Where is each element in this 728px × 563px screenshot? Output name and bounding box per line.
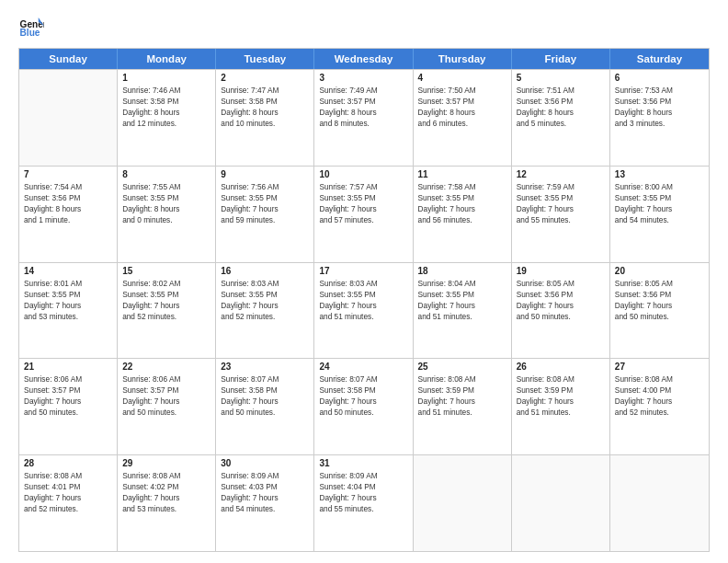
daylight-text: Daylight: 7 hours [319, 396, 407, 407]
weekday-header-sunday: Sunday [19, 49, 118, 69]
calendar-day-23: 23Sunrise: 8:07 AMSunset: 3:58 PMDayligh… [216, 359, 314, 454]
sunset-text: Sunset: 3:55 PM [418, 289, 506, 300]
daylight-text2: and 12 minutes. [122, 118, 210, 129]
calendar-day-25: 25Sunrise: 8:08 AMSunset: 3:59 PMDayligh… [414, 359, 512, 454]
day-number: 27 [615, 362, 704, 372]
day-number: 18 [418, 266, 506, 276]
daylight-text: Daylight: 7 hours [615, 300, 704, 311]
day-number: 2 [221, 73, 309, 83]
sunrise-text: Sunrise: 7:58 AM [418, 181, 506, 192]
sunset-text: Sunset: 3:55 PM [24, 289, 112, 300]
sunset-text: Sunset: 3:55 PM [319, 289, 407, 300]
sunset-text: Sunset: 3:55 PM [122, 192, 210, 203]
calendar-header-row: SundayMondayTuesdayWednesdayThursdayFrid… [19, 49, 709, 69]
day-number: 12 [517, 169, 605, 179]
sunset-text: Sunset: 3:56 PM [24, 192, 112, 203]
day-number: 29 [122, 458, 210, 468]
sunset-text: Sunset: 4:03 PM [221, 481, 309, 492]
daylight-text2: and 52 minutes. [24, 503, 112, 514]
logo: General Blue [18, 15, 48, 40]
calendar-day-24: 24Sunrise: 8:07 AMSunset: 3:58 PMDayligh… [314, 359, 413, 454]
sunset-text: Sunset: 3:56 PM [615, 289, 704, 300]
calendar-row-2: 14Sunrise: 8:01 AMSunset: 3:55 PMDayligh… [19, 262, 709, 359]
sunset-text: Sunset: 3:55 PM [221, 192, 309, 203]
daylight-text2: and 50 minutes. [517, 311, 605, 322]
daylight-text2: and 1 minute. [24, 214, 112, 225]
sunrise-text: Sunrise: 7:51 AM [517, 85, 605, 96]
weekday-header-friday: Friday [512, 49, 610, 69]
sunrise-text: Sunrise: 8:04 AM [418, 278, 506, 289]
daylight-text: Daylight: 7 hours [221, 300, 309, 311]
calendar-day-17: 17Sunrise: 8:03 AMSunset: 3:55 PMDayligh… [314, 263, 413, 359]
daylight-text: Daylight: 8 hours [221, 107, 309, 118]
daylight-text2: and 54 minutes. [615, 214, 704, 225]
daylight-text: Daylight: 8 hours [24, 203, 112, 214]
header: General Blue [18, 15, 710, 40]
calendar-body: 1Sunrise: 7:46 AMSunset: 3:58 PMDaylight… [19, 69, 709, 551]
daylight-text: Daylight: 7 hours [319, 203, 407, 214]
daylight-text2: and 3 minutes. [615, 118, 704, 129]
day-number: 28 [24, 458, 112, 468]
calendar-day-16: 16Sunrise: 8:03 AMSunset: 3:55 PMDayligh… [216, 263, 314, 359]
sunrise-text: Sunrise: 7:55 AM [122, 181, 210, 192]
day-number: 11 [418, 169, 506, 179]
day-number: 15 [122, 266, 210, 276]
sunrise-text: Sunrise: 7:57 AM [319, 181, 407, 192]
daylight-text2: and 52 minutes. [221, 311, 309, 322]
day-number: 24 [319, 362, 407, 372]
day-number: 30 [221, 458, 309, 468]
day-number: 3 [319, 73, 407, 83]
daylight-text2: and 53 minutes. [24, 311, 112, 322]
sunrise-text: Sunrise: 8:08 AM [615, 373, 704, 385]
calendar-day-12: 12Sunrise: 7:59 AMSunset: 3:55 PMDayligh… [512, 167, 610, 262]
sunrise-text: Sunrise: 8:08 AM [122, 470, 210, 481]
day-number: 14 [24, 266, 112, 276]
calendar-day-7: 7Sunrise: 7:54 AMSunset: 3:56 PMDaylight… [19, 167, 118, 262]
calendar-day-29: 29Sunrise: 8:08 AMSunset: 4:02 PMDayligh… [118, 455, 216, 551]
daylight-text2: and 0 minutes. [122, 214, 210, 225]
daylight-text2: and 52 minutes. [615, 407, 704, 418]
calendar-day-8: 8Sunrise: 7:55 AMSunset: 3:55 PMDaylight… [118, 167, 216, 262]
sunset-text: Sunset: 3:59 PM [517, 385, 605, 396]
day-number: 23 [221, 362, 309, 372]
daylight-text2: and 51 minutes. [418, 407, 506, 418]
sunrise-text: Sunrise: 8:00 AM [615, 181, 704, 192]
daylight-text: Daylight: 7 hours [418, 300, 506, 311]
daylight-text: Daylight: 7 hours [615, 203, 704, 214]
calendar-day-6: 6Sunrise: 7:53 AMSunset: 3:56 PMDaylight… [610, 70, 709, 166]
sunrise-text: Sunrise: 7:59 AM [517, 181, 605, 192]
daylight-text2: and 55 minutes. [319, 503, 407, 514]
day-number: 22 [122, 362, 210, 372]
day-number: 6 [615, 73, 704, 83]
day-number: 10 [319, 169, 407, 179]
sunrise-text: Sunrise: 8:08 AM [517, 373, 605, 385]
day-number: 1 [122, 73, 210, 83]
daylight-text: Daylight: 8 hours [418, 107, 506, 118]
daylight-text: Daylight: 7 hours [122, 492, 210, 503]
calendar-day-5: 5Sunrise: 7:51 AMSunset: 3:56 PMDaylight… [512, 70, 610, 166]
page: General Blue SundayMondayTuesdayWednesda… [0, 0, 728, 563]
daylight-text2: and 55 minutes. [517, 214, 605, 225]
daylight-text: Daylight: 7 hours [615, 396, 704, 407]
daylight-text2: and 57 minutes. [319, 214, 407, 225]
daylight-text2: and 50 minutes. [221, 407, 309, 418]
day-number: 5 [517, 73, 605, 83]
svg-text:Blue: Blue [20, 28, 40, 38]
daylight-text: Daylight: 7 hours [122, 396, 210, 407]
calendar-day-3: 3Sunrise: 7:49 AMSunset: 3:57 PMDaylight… [314, 70, 413, 166]
calendar-day-11: 11Sunrise: 7:58 AMSunset: 3:55 PMDayligh… [414, 167, 512, 262]
sunset-text: Sunset: 4:01 PM [24, 481, 112, 492]
day-number: 25 [418, 362, 506, 372]
calendar: SundayMondayTuesdayWednesdayThursdayFrid… [18, 48, 710, 552]
daylight-text2: and 50 minutes. [615, 311, 704, 322]
sunset-text: Sunset: 3:57 PM [24, 385, 112, 396]
calendar-day-27: 27Sunrise: 8:08 AMSunset: 4:00 PMDayligh… [610, 359, 709, 454]
sunset-text: Sunset: 3:59 PM [418, 385, 506, 396]
sunset-text: Sunset: 3:55 PM [221, 289, 309, 300]
calendar-day-1: 1Sunrise: 7:46 AMSunset: 3:58 PMDaylight… [118, 70, 216, 166]
sunrise-text: Sunrise: 8:08 AM [24, 470, 112, 481]
daylight-text2: and 6 minutes. [418, 118, 506, 129]
calendar-day-14: 14Sunrise: 8:01 AMSunset: 3:55 PMDayligh… [19, 263, 118, 359]
daylight-text: Daylight: 7 hours [24, 300, 112, 311]
weekday-header-wednesday: Wednesday [314, 49, 413, 69]
